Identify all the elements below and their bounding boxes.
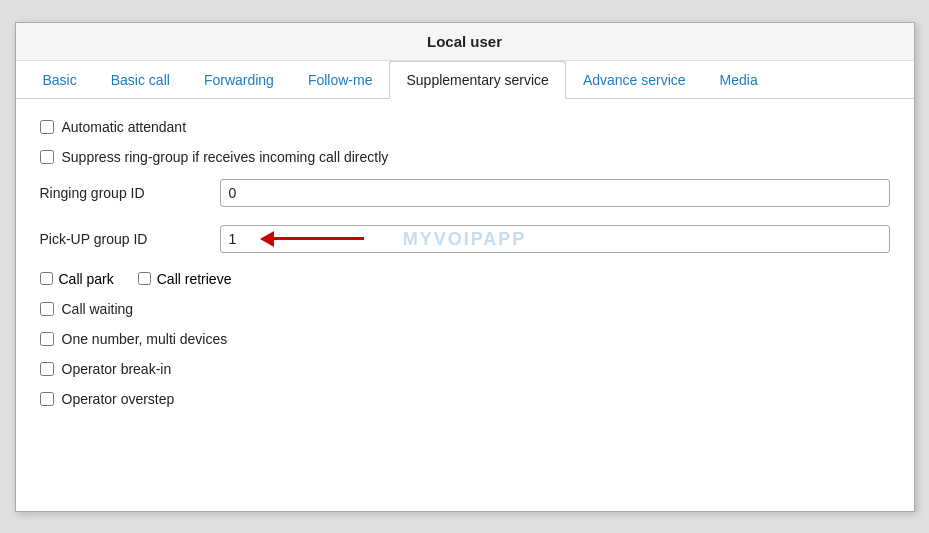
- tab-basic[interactable]: Basic: [26, 61, 94, 99]
- operator-overstep-checkbox[interactable]: [40, 392, 54, 406]
- tab-advance[interactable]: Advance service: [566, 61, 703, 99]
- tab-media[interactable]: Media: [703, 61, 775, 99]
- suppress-ring-row: Suppress ring-group if receives incoming…: [40, 149, 890, 165]
- tab-forwarding[interactable]: Forwarding: [187, 61, 291, 99]
- window-title: Local user: [427, 33, 502, 50]
- suppress-ring-checkbox[interactable]: [40, 150, 54, 164]
- automatic-attendant-row: Automatic attendant: [40, 119, 890, 135]
- pickup-group-id-row: Pick-UP group ID MYVOIPAPP: [40, 225, 890, 253]
- one-number-checkbox[interactable]: [40, 332, 54, 346]
- operator-break-checkbox[interactable]: [40, 362, 54, 376]
- pickup-group-id-label: Pick-UP group ID: [40, 231, 220, 247]
- operator-break-label: Operator break-in: [62, 361, 172, 377]
- tab-follow-me[interactable]: Follow-me: [291, 61, 390, 99]
- tab-basic-call[interactable]: Basic call: [94, 61, 187, 99]
- call-waiting-row: Call waiting: [40, 301, 890, 317]
- content-area: Automatic attendant Suppress ring-group …: [16, 99, 914, 441]
- tab-supplementary[interactable]: Supplementary service: [389, 61, 565, 99]
- call-retrieve-inline: Call retrieve: [138, 271, 232, 287]
- automatic-attendant-checkbox[interactable]: [40, 120, 54, 134]
- call-park-retrieve-row: Call park Call retrieve: [40, 271, 890, 287]
- call-waiting-checkbox[interactable]: [40, 302, 54, 316]
- call-waiting-label: Call waiting: [62, 301, 134, 317]
- content-inner: Automatic attendant Suppress ring-group …: [40, 119, 890, 407]
- suppress-ring-label: Suppress ring-group if receives incoming…: [62, 149, 389, 165]
- call-park-label: Call park: [59, 271, 114, 287]
- pickup-group-id-input[interactable]: [220, 225, 890, 253]
- operator-overstep-row: Operator overstep: [40, 391, 890, 407]
- ringing-group-id-input[interactable]: [220, 179, 890, 207]
- call-retrieve-label: Call retrieve: [157, 271, 232, 287]
- one-number-label: One number, multi devices: [62, 331, 228, 347]
- tab-bar: Basic Basic call Forwarding Follow-me Su…: [16, 61, 914, 99]
- one-number-row: One number, multi devices: [40, 331, 890, 347]
- operator-overstep-label: Operator overstep: [62, 391, 175, 407]
- call-park-inline: Call park: [40, 271, 114, 287]
- main-window: Local user Basic Basic call Forwarding F…: [15, 22, 915, 512]
- call-park-checkbox[interactable]: [40, 272, 53, 285]
- ringing-group-id-row: Ringing group ID: [40, 179, 890, 207]
- call-retrieve-checkbox[interactable]: [138, 272, 151, 285]
- ringing-group-id-label: Ringing group ID: [40, 185, 220, 201]
- title-bar: Local user: [16, 23, 914, 61]
- automatic-attendant-label: Automatic attendant: [62, 119, 187, 135]
- operator-break-row: Operator break-in: [40, 361, 890, 377]
